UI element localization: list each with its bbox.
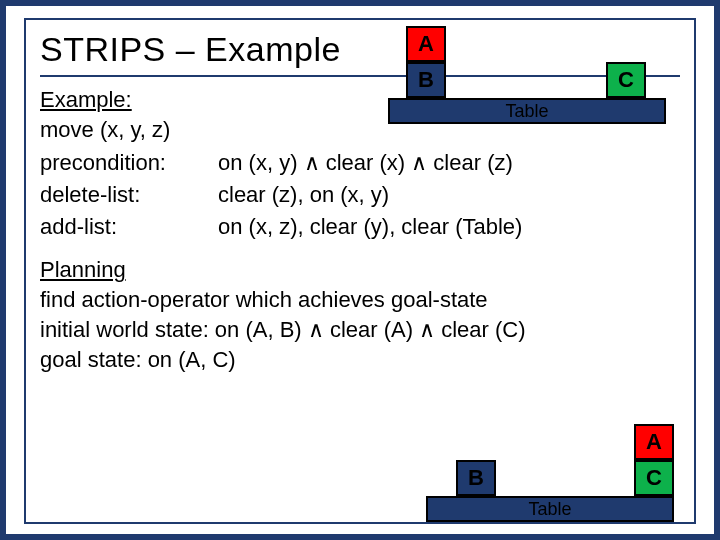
block-a: A bbox=[406, 26, 446, 62]
block-a-goal: A bbox=[634, 424, 674, 460]
block-b-goal: B bbox=[456, 460, 496, 496]
add-label: add-list: bbox=[40, 212, 190, 242]
delete-value: clear (z), on (x, y) bbox=[218, 180, 680, 210]
slide-frame: STRIPS – Example A B C Table Example: mo… bbox=[0, 0, 720, 540]
planning-heading: Planning bbox=[40, 255, 680, 285]
precondition-label: precondition: bbox=[40, 148, 190, 178]
planning-section: Planning find action-operator which achi… bbox=[40, 255, 680, 374]
table-surface: Table bbox=[388, 98, 666, 124]
table-label-goal: Table bbox=[528, 499, 571, 520]
add-value: on (x, z), clear (y), clear (Table) bbox=[218, 212, 680, 242]
block-b: B bbox=[406, 62, 446, 98]
table-label: Table bbox=[505, 101, 548, 122]
table-surface-goal: Table bbox=[426, 496, 674, 522]
example-section: Example: move (x, y, z) precondition: on… bbox=[40, 85, 680, 374]
slide-inner: STRIPS – Example A B C Table Example: mo… bbox=[24, 18, 696, 524]
precondition-value: on (x, y) ∧ clear (x) ∧ clear (z) bbox=[218, 148, 680, 178]
delete-label: delete-list: bbox=[40, 180, 190, 210]
block-c: C bbox=[606, 62, 646, 98]
goal-world-diagram: A C B Table bbox=[426, 424, 674, 516]
planning-line2: initial world state: on (A, B) ∧ clear (… bbox=[40, 315, 680, 345]
initial-world-diagram: A B C Table bbox=[406, 26, 666, 116]
block-c-goal: C bbox=[634, 460, 674, 496]
example-grid: precondition: on (x, y) ∧ clear (x) ∧ cl… bbox=[40, 148, 680, 241]
planning-line1: find action-operator which achieves goal… bbox=[40, 285, 680, 315]
page-title: STRIPS – Example bbox=[40, 30, 341, 69]
planning-line3: goal state: on (A, C) bbox=[40, 345, 680, 375]
